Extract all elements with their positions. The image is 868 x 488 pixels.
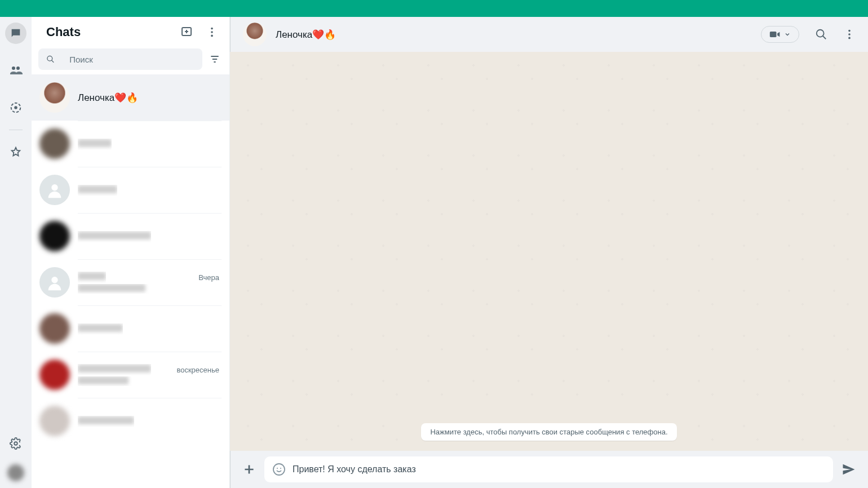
- communities-rail-icon[interactable]: [5, 60, 26, 81]
- status-rail-icon[interactable]: [5, 97, 26, 118]
- starred-rail-icon[interactable]: [5, 141, 26, 163]
- svg-point-19: [280, 468, 281, 469]
- chat-name: [78, 323, 123, 335]
- svg-point-16: [848, 37, 851, 39]
- svg-point-7: [211, 31, 213, 33]
- chat-item[interactable]: [32, 305, 229, 352]
- main-pane: Леночка❤️🔥 Нажмите здесь, чтобы получить…: [230, 17, 868, 488]
- svg-point-10: [51, 184, 57, 190]
- chat-name: [78, 139, 112, 150]
- conversation-menu-icon[interactable]: [843, 28, 856, 41]
- svg-point-13: [817, 30, 824, 37]
- svg-point-6: [211, 28, 213, 30]
- chat-name: [78, 364, 151, 375]
- avatar: [39, 360, 70, 390]
- video-call-button[interactable]: [761, 26, 799, 43]
- svg-point-9: [47, 56, 52, 61]
- chat-item[interactable]: Вчера: [32, 259, 229, 305]
- search-icon: [46, 54, 55, 64]
- chat-preview: [78, 284, 219, 294]
- svg-point-17: [273, 464, 285, 475]
- chat-item[interactable]: [32, 213, 229, 259]
- conversation-title: Леночка❤️🔥: [276, 29, 761, 41]
- composer: [230, 451, 868, 488]
- avatar: [39, 82, 70, 113]
- avatar: [39, 128, 70, 159]
- chat-item[interactable]: [32, 167, 229, 213]
- conversation-background: [230, 52, 868, 451]
- avatar: [39, 175, 70, 205]
- chat-item[interactable]: воскресенье: [32, 352, 229, 398]
- avatar: [39, 406, 70, 436]
- chat-name: [78, 231, 151, 242]
- svg-point-1: [16, 66, 20, 70]
- search-conversation-icon[interactable]: [815, 28, 827, 41]
- filter-icon[interactable]: [206, 50, 224, 68]
- message-input[interactable]: [293, 464, 825, 474]
- conversation-header[interactable]: Леночка❤️🔥: [230, 17, 868, 52]
- svg-point-0: [12, 66, 15, 70]
- profile-avatar[interactable]: [7, 464, 24, 481]
- chevron-down-icon: [784, 31, 791, 38]
- search-box[interactable]: [38, 48, 202, 70]
- avatar: [39, 313, 70, 344]
- search-input[interactable]: [69, 55, 194, 64]
- chat-item[interactable]: [32, 121, 229, 167]
- chat-preview: [78, 376, 219, 386]
- load-old-messages-bubble[interactable]: Нажмите здесь, чтобы получить свои стары…: [421, 423, 676, 441]
- conversation-avatar: [243, 23, 267, 46]
- svg-point-8: [211, 35, 213, 37]
- chat-name: Леночка❤️🔥: [78, 92, 138, 104]
- svg-point-18: [277, 468, 278, 469]
- emoji-icon[interactable]: [272, 463, 286, 476]
- video-icon: [769, 30, 781, 39]
- sidebar: Chats: [32, 17, 230, 488]
- chat-name: [78, 185, 117, 196]
- chat-item[interactable]: [32, 398, 229, 444]
- nav-rail: [0, 17, 32, 488]
- chat-time: воскресенье: [176, 366, 219, 374]
- avatar: [39, 267, 70, 298]
- chats-rail-icon[interactable]: [5, 23, 26, 44]
- chat-item[interactable]: Леночка❤️🔥: [32, 74, 229, 121]
- send-icon[interactable]: [841, 462, 857, 477]
- attach-icon[interactable]: [242, 462, 256, 477]
- conversation-area: Нажмите здесь, чтобы получить свои стары…: [230, 52, 868, 451]
- sidebar-title: Chats: [46, 25, 81, 39]
- svg-point-4: [14, 442, 17, 445]
- menu-icon[interactable]: [206, 26, 218, 38]
- chat-name: [78, 272, 106, 283]
- svg-point-3: [14, 106, 17, 109]
- rail-divider: [9, 130, 23, 130]
- brand-top-bar: [0, 0, 868, 17]
- svg-point-11: [51, 277, 57, 283]
- settings-rail-icon[interactable]: [5, 433, 26, 454]
- svg-point-14: [848, 30, 851, 32]
- chat-time: Вчера: [198, 273, 219, 282]
- svg-rect-12: [770, 32, 777, 37]
- chat-list: Леночка❤️🔥: [32, 74, 229, 488]
- new-chat-icon[interactable]: [180, 25, 193, 39]
- avatar: [39, 221, 70, 251]
- chat-name: [78, 416, 134, 427]
- svg-point-15: [848, 33, 851, 36]
